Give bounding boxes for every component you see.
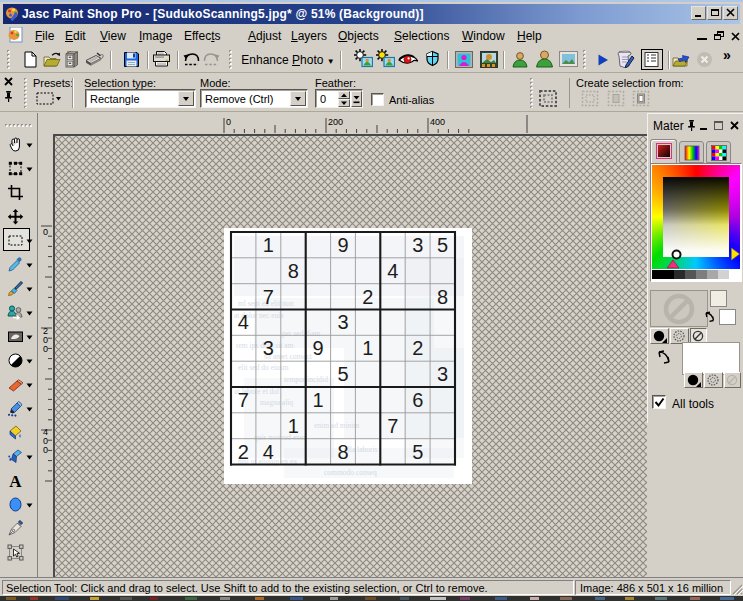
svg-text:2: 2 <box>362 286 373 308</box>
svg-text:3: 3 <box>337 311 348 333</box>
svg-text:2: 2 <box>412 337 423 359</box>
svg-text:0: 0 <box>43 227 48 237</box>
svg-text:9: 9 <box>337 234 348 256</box>
svg-text:5: 5 <box>437 234 448 256</box>
svg-text:magna aliq: magna aliq <box>260 398 293 407</box>
svg-text:1: 1 <box>313 389 324 411</box>
svg-text:400: 400 <box>430 117 445 127</box>
svg-text:4: 4 <box>263 441 274 463</box>
svg-text:7: 7 <box>387 415 398 437</box>
svg-text:3: 3 <box>437 363 448 385</box>
svg-text:6: 6 <box>412 389 423 411</box>
svg-text:7: 7 <box>263 286 274 308</box>
svg-text:0: 0 <box>43 344 48 354</box>
svg-text:4: 4 <box>387 260 398 282</box>
svg-text:4: 4 <box>238 311 249 333</box>
svg-text:1: 1 <box>362 337 373 359</box>
svg-text:commodo conseq: commodo conseq <box>324 468 377 477</box>
svg-text:5: 5 <box>412 441 423 463</box>
svg-text:8: 8 <box>437 286 448 308</box>
svg-text:1: 1 <box>288 415 299 437</box>
svg-text:0: 0 <box>226 117 231 127</box>
svg-text:2: 2 <box>238 441 249 463</box>
svg-text:8: 8 <box>288 260 299 282</box>
svg-text:9: 9 <box>313 337 324 359</box>
svg-text:3: 3 <box>263 337 274 359</box>
svg-text:ulla laboris: ulla laboris <box>344 445 378 454</box>
svg-text:1: 1 <box>263 234 274 256</box>
svg-text:8: 8 <box>337 441 348 463</box>
svg-text:enim ad minim: enim ad minim <box>314 421 360 430</box>
svg-text:200: 200 <box>328 117 343 127</box>
svg-text:A: A <box>9 472 22 489</box>
svg-text:7: 7 <box>238 389 249 411</box>
svg-text:5: 5 <box>337 363 348 385</box>
svg-text:0: 0 <box>43 445 48 455</box>
svg-text:3: 3 <box>412 234 423 256</box>
